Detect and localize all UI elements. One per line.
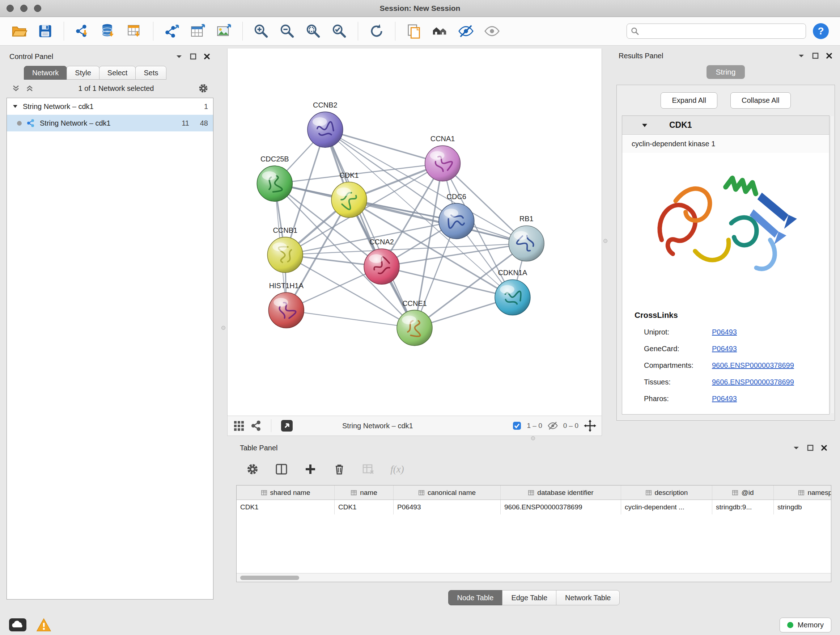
memory-button[interactable]: Memory	[780, 618, 831, 632]
export-table-button[interactable]	[187, 20, 209, 42]
refresh-layout-button[interactable]	[365, 20, 388, 42]
table-cell[interactable]: stringdb:9...	[712, 500, 774, 515]
gear-icon[interactable]	[198, 83, 208, 93]
crosslink-link[interactable]: P06493	[712, 328, 737, 336]
save-session-button[interactable]	[34, 20, 57, 42]
column-header[interactable]: database identifier	[501, 486, 621, 500]
network-canvas[interactable]: CCNB2CCNA1CDC25BCDK1CDC6RB1CCNB1CCNA2CDK…	[227, 49, 602, 416]
table-row[interactable]: CDK1 CDK1 P06493 9606.ENSP00000378699 cy…	[237, 500, 831, 515]
right-splitter-handle[interactable]	[603, 239, 607, 243]
panel-collapse-icon[interactable]	[792, 444, 800, 452]
collapse-all-button[interactable]: Collapse All	[730, 92, 791, 109]
table-cell[interactable]: P06493	[393, 500, 501, 515]
crosslink-link[interactable]: 9606.ENSP00000378699	[712, 378, 794, 386]
table-cell[interactable]: CDK1	[237, 500, 335, 515]
tab-node-table[interactable]: Node Table	[448, 590, 503, 605]
search-input[interactable]	[642, 27, 802, 35]
open-session-button[interactable]	[8, 20, 30, 42]
results-scrollbar[interactable]	[830, 116, 834, 413]
entry-header[interactable]: CDK1	[622, 116, 829, 135]
tab-sets[interactable]: Sets	[135, 66, 166, 80]
table-settings-button[interactable]	[243, 459, 262, 479]
column-header[interactable]: description	[621, 486, 712, 500]
tab-style[interactable]: Style	[66, 66, 99, 80]
share-view-icon[interactable]	[250, 420, 262, 432]
show-columns-button[interactable]	[272, 459, 291, 479]
column-header[interactable]: namespace	[774, 486, 831, 500]
string-tab[interactable]: String	[706, 65, 745, 79]
show-graphics-details-button[interactable]	[481, 20, 503, 42]
network-node-CDK1[interactable]: CDK1	[332, 171, 367, 218]
crosslink-link[interactable]: 9606.ENSP00000378699	[712, 361, 794, 370]
network-edge[interactable]	[325, 130, 443, 163]
crosslink-link[interactable]: P06493	[712, 394, 737, 403]
import-network-file-button[interactable]	[71, 20, 94, 42]
panel-close-icon[interactable]	[826, 52, 833, 59]
network-node-CDC25B[interactable]: CDC25B	[257, 155, 292, 201]
tab-network[interactable]: Network	[24, 66, 67, 80]
network-collection-row[interactable]: String Network – cdk1 1	[7, 98, 213, 115]
tree-expander-icon[interactable]	[12, 103, 19, 110]
network-node-CDC6[interactable]: CDC6	[439, 193, 474, 239]
panel-close-icon[interactable]	[203, 53, 210, 60]
tab-network-table[interactable]: Network Table	[556, 590, 620, 605]
column-header[interactable]: shared name	[237, 486, 335, 500]
network-node-RB1[interactable]: RB1	[508, 215, 544, 261]
selected-nodes-checkbox-icon[interactable]	[512, 421, 522, 431]
duplicate-network-button[interactable]	[403, 20, 425, 42]
column-header[interactable]: canonical name	[393, 486, 501, 500]
collapse-all-icon[interactable]	[11, 84, 20, 93]
expand-all-button[interactable]: Expand All	[660, 92, 717, 109]
expand-all-icon[interactable]	[25, 84, 34, 93]
network-graph[interactable]: CCNB2CCNA1CDC25BCDK1CDC6RB1CCNB1CCNA2CDK…	[227, 49, 602, 416]
export-image-button[interactable]	[213, 20, 235, 42]
network-edge[interactable]	[286, 310, 415, 328]
table-cell[interactable]: cyclin-dependent ...	[621, 500, 712, 515]
table-cell[interactable]: CDK1	[335, 500, 393, 515]
column-header[interactable]: name	[335, 486, 393, 500]
table-cell[interactable]: 9606.ENSP00000378699	[501, 500, 621, 515]
panel-collapse-icon[interactable]	[797, 52, 805, 60]
tab-edge-table[interactable]: Edge Table	[502, 590, 556, 605]
panel-float-icon[interactable]	[807, 444, 814, 451]
entry-expander-icon[interactable]	[641, 122, 648, 129]
table-cell[interactable]: stringdb	[774, 500, 831, 515]
crosslink-link[interactable]: P06493	[712, 345, 737, 353]
hidden-eye-slash-icon[interactable]	[547, 420, 558, 431]
panel-float-icon[interactable]	[812, 52, 819, 59]
help-button[interactable]: ?	[810, 20, 832, 42]
export-network-button[interactable]	[161, 20, 183, 42]
scrollbar-thumb[interactable]	[240, 576, 299, 580]
delete-column-button[interactable]	[330, 459, 349, 479]
birds-eye-view-icon[interactable]	[233, 420, 245, 432]
zoom-in-button[interactable]	[250, 20, 272, 42]
table-horizontal-scrollbar[interactable]	[237, 573, 831, 582]
panel-collapse-icon[interactable]	[175, 52, 183, 60]
network-node-CCNE1[interactable]: CCNE1	[397, 299, 432, 346]
create-column-button[interactable]	[301, 459, 320, 479]
open-in-window-icon[interactable]	[280, 419, 294, 432]
network-edge[interactable]	[325, 130, 415, 328]
left-splitter-handle[interactable]	[221, 326, 225, 330]
home-button[interactable]	[429, 20, 451, 42]
network-node-HIST1H1A[interactable]: HIST1H1A	[268, 282, 304, 328]
network-node-CCNA1[interactable]: CCNA1	[425, 135, 461, 181]
zoom-fit-button[interactable]	[302, 20, 325, 42]
panel-close-icon[interactable]	[821, 444, 828, 451]
zoom-selected-button[interactable]	[328, 20, 351, 42]
zoom-out-button[interactable]	[276, 20, 298, 42]
pan-crosshair-icon[interactable]	[584, 419, 597, 432]
network-row-selected[interactable]: String Network – cdk1 11 48	[7, 115, 213, 131]
panel-float-icon[interactable]	[189, 53, 197, 60]
hide-graphics-details-button[interactable]	[455, 20, 477, 42]
import-table-button[interactable]	[123, 20, 146, 42]
network-node-CCNB1[interactable]: CCNB1	[267, 226, 303, 272]
import-network-database-button[interactable]	[97, 20, 120, 42]
column-header[interactable]: @id	[712, 486, 774, 500]
network-edge[interactable]	[285, 130, 325, 255]
cloud-status-icon[interactable]	[9, 618, 27, 632]
warning-icon[interactable]	[36, 618, 51, 632]
network-node-CCNB2[interactable]: CCNB2	[308, 101, 343, 147]
tab-select[interactable]: Select	[99, 66, 136, 80]
network-node-CDKN1A[interactable]: CDKN1A	[495, 269, 531, 315]
